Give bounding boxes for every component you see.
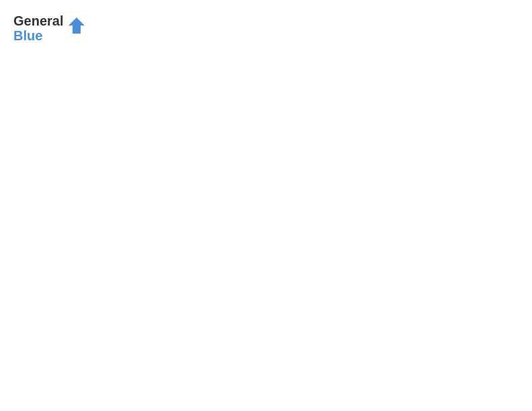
logo-icon	[66, 15, 87, 36]
page-header: General Blue	[13, 13, 519, 43]
logo-text: General Blue	[13, 13, 63, 43]
logo: General Blue	[13, 13, 87, 43]
svg-marker-0	[69, 17, 85, 34]
logo-blue-text: Blue	[13, 28, 42, 43]
